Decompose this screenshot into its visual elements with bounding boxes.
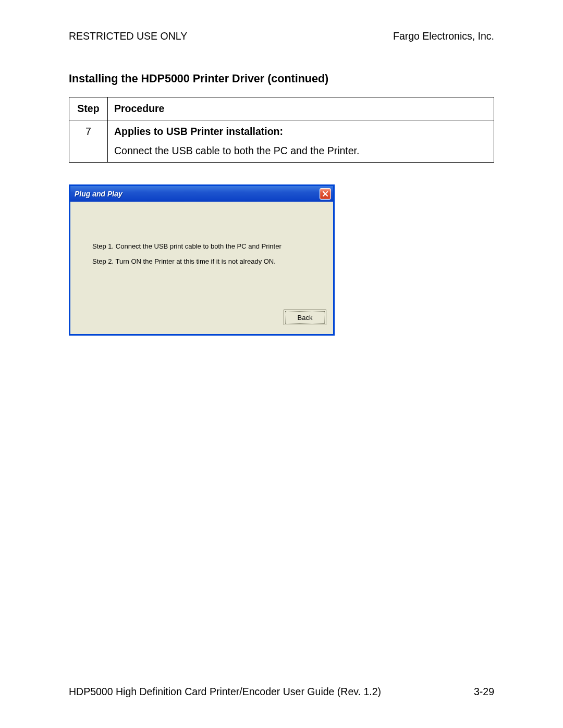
procedure-cell: Applies to USB Printer installation: Con… xyxy=(108,120,494,163)
page-footer: HDP5000 High Definition Card Printer/Enc… xyxy=(69,686,494,698)
table-row: 7 Applies to USB Printer installation: C… xyxy=(69,120,494,163)
dialog-step-2: Step 2. Turn ON the Printer at this time… xyxy=(92,257,311,265)
dialog-screenshot: Plug and Play Step 1. Connect the USB pr… xyxy=(69,184,494,336)
dialog-step-1: Step 1. Connect the USB print cable to b… xyxy=(92,242,311,250)
footer-right: 3-29 xyxy=(474,686,494,698)
table-header-row: Step Procedure xyxy=(69,97,494,120)
col-procedure-header: Procedure xyxy=(108,97,494,120)
footer-left: HDP5000 High Definition Card Printer/Enc… xyxy=(69,686,381,698)
procedure-body: Connect the USB cable to both the PC and… xyxy=(114,145,359,156)
dialog-body: Step 1. Connect the USB print cable to b… xyxy=(70,202,333,311)
step-number: 7 xyxy=(69,120,108,163)
back-button[interactable]: Back xyxy=(285,311,325,324)
document-page: RESTRICTED USE ONLY Fargo Electronics, I… xyxy=(0,0,563,728)
header-right: Fargo Electronics, Inc. xyxy=(393,30,494,42)
plug-and-play-dialog: Plug and Play Step 1. Connect the USB pr… xyxy=(69,184,335,336)
header-left: RESTRICTED USE ONLY xyxy=(69,30,187,42)
close-icon xyxy=(322,191,328,197)
dialog-button-row: Back xyxy=(70,311,333,334)
procedure-table: Step Procedure 7 Applies to USB Printer … xyxy=(69,97,494,163)
procedure-title: Applies to USB Printer installation: xyxy=(114,126,487,138)
dialog-titlebar: Plug and Play xyxy=(70,186,333,202)
page-header: RESTRICTED USE ONLY Fargo Electronics, I… xyxy=(69,30,494,42)
section-title: Installing the HDP5000 Printer Driver (c… xyxy=(69,72,494,85)
col-step-header: Step xyxy=(69,97,108,120)
dialog-title: Plug and Play xyxy=(75,190,123,198)
close-button[interactable] xyxy=(320,188,331,200)
